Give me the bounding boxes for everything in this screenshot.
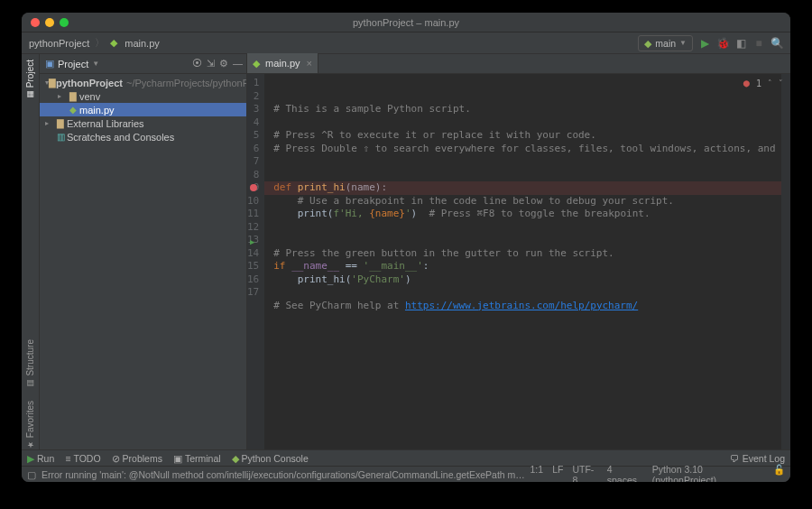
run-button[interactable]: ▶ (698, 37, 711, 50)
chevron-down-icon: ▼ (679, 39, 687, 47)
toolwin-todo[interactable]: ≡TODO (65, 453, 100, 464)
titlebar: pythonProject – main.py (22, 13, 790, 32)
status-message[interactable]: Error running 'main': @NotNull method co… (42, 469, 531, 480)
debug-button[interactable]: 🐞 (716, 37, 729, 50)
project-icon: ▣ (45, 58, 54, 69)
search-icon[interactable]: 🔍 (770, 37, 783, 50)
code-area[interactable]: 1234 5678 9 101112 13▶ 14151617 # This i… (247, 74, 790, 449)
project-panel-title[interactable]: Project (58, 59, 88, 69)
library-icon: ▇ (54, 118, 67, 128)
close-tab-icon[interactable]: × (307, 58, 312, 69)
tree-venv[interactable]: ▸▇ venv (40, 89, 246, 103)
window-title: pythonProject – main.py (22, 17, 790, 28)
scratches-icon: ▥ (54, 132, 67, 142)
sidebar-tab-structure[interactable]: ▤Structure (25, 339, 35, 388)
chevron-down-icon[interactable]: ˅ (779, 79, 783, 88)
breadcrumb[interactable]: pythonProject 〉 ◆ main.py (29, 36, 160, 50)
run-config-selector[interactable]: ◆ main ▼ (638, 35, 693, 51)
status-line-ending[interactable]: LF (552, 464, 563, 483)
status-bar: ▢ Error running 'main': @NotNull method … (22, 466, 790, 482)
run-coverage-button[interactable]: ◧ (734, 37, 747, 50)
inspection-widget[interactable]: ● 1 ˄ ˅ (743, 77, 783, 89)
code-text[interactable]: # This is a sample Python script. # Pres… (264, 74, 790, 449)
python-file-icon: ◆ (253, 58, 260, 69)
project-panel: ▣Project▼ ⦿ ⇲ ⚙ — ▾▇ pythonProject ~/Pyc… (40, 54, 247, 449)
breadcrumb-file[interactable]: main.py (125, 38, 160, 49)
error-icon: ● (743, 77, 750, 89)
editor-tabs: ◆ main.py × (247, 54, 790, 74)
tree-scratches[interactable]: ▥ Scratches and Consoles (40, 130, 246, 143)
folder-icon: ▇ (67, 91, 79, 101)
toolwin-event-log[interactable]: 🗩Event Log (730, 453, 785, 464)
folder-icon: ▇ (49, 78, 56, 88)
gear-icon[interactable]: ⚙ (219, 58, 228, 69)
tree-external-libraries[interactable]: ▸▇ External Libraries (40, 116, 246, 130)
line-gutter[interactable]: 1234 5678 9 101112 13▶ 14151617 (247, 74, 264, 449)
tree-root[interactable]: ▾▇ pythonProject ~/PycharmProjects/pytho… (40, 76, 246, 89)
toolwin-problems[interactable]: ⊘Problems (112, 453, 162, 464)
sidebar-tab-project[interactable]: ▦Project (25, 60, 35, 99)
stop-button[interactable]: ■ (752, 37, 765, 50)
project-panel-header: ▣Project▼ ⦿ ⇲ ⚙ — (40, 54, 246, 74)
status-lock-icon[interactable]: 🔓 (773, 464, 785, 483)
run-config-label: main (655, 38, 676, 49)
python-file-icon: ◆ (110, 37, 117, 49)
select-opened-file-icon[interactable]: ⦿ (192, 58, 202, 69)
breakpoint-icon[interactable] (250, 184, 257, 191)
breadcrumb-project[interactable]: pythonProject (29, 38, 89, 49)
status-interpreter[interactable]: Python 3.10 (pythonProject) (652, 464, 764, 483)
status-toggle-icon[interactable]: ▢ (27, 469, 36, 480)
project-tree[interactable]: ▾▇ pythonProject ~/PycharmProjects/pytho… (40, 74, 246, 145)
toolwin-python-console[interactable]: ◆Python Console (232, 453, 309, 464)
python-file-icon: ◆ (67, 105, 79, 115)
error-stripe[interactable] (781, 74, 790, 449)
toolwin-run[interactable]: ▶Run (27, 453, 54, 464)
expand-all-icon[interactable]: ⇲ (207, 58, 215, 69)
toolwin-terminal[interactable]: ▣Terminal (173, 453, 221, 464)
editor-tab-main[interactable]: ◆ main.py × (247, 53, 318, 73)
navbar: pythonProject 〉 ◆ main.py ◆ main ▼ ▶ 🐞 ◧… (22, 32, 790, 54)
hide-panel-icon[interactable]: — (233, 58, 243, 69)
tree-main-py[interactable]: ◆ main.py (40, 103, 246, 116)
editor: ◆ main.py × 1234 5678 9 101112 13▶ 14151… (247, 54, 790, 449)
status-indent[interactable]: 4 spaces (607, 464, 643, 483)
status-encoding[interactable]: UTF-8 (572, 464, 597, 483)
status-caret-pos[interactable]: 1:1 (531, 464, 544, 483)
sidebar-tab-favorites[interactable]: ★Favorites (25, 401, 35, 449)
chevron-up-icon[interactable]: ˄ (768, 79, 772, 88)
ide-window: pythonProject – main.py pythonProject 〉 … (22, 13, 790, 482)
left-stripe: ▦Project ▤Structure ★Favorites (22, 54, 40, 449)
